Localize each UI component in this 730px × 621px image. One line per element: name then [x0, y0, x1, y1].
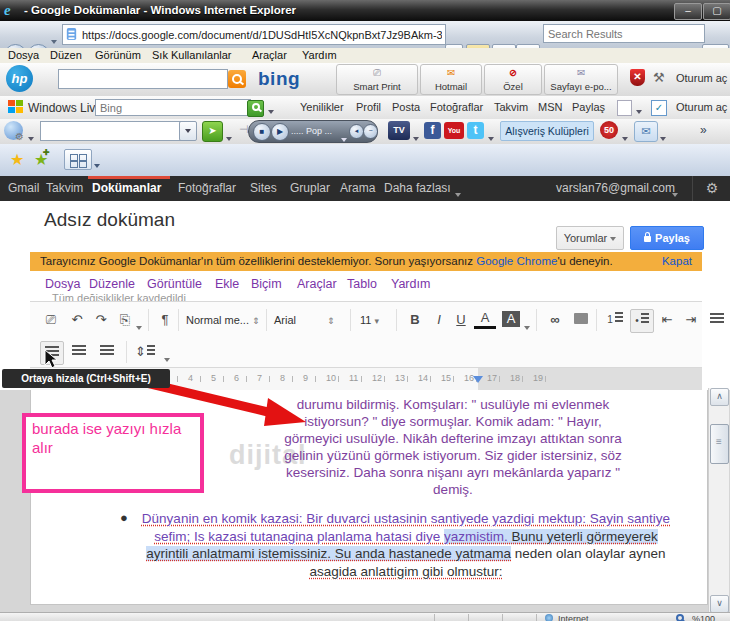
volume-down-button[interactable]: ◂	[349, 124, 364, 139]
minimize-button[interactable]: –	[674, 3, 702, 20]
gbar-more[interactable]: Daha fazlası	[384, 181, 451, 195]
volume-mute-button[interactable]: −	[363, 124, 378, 139]
gbar-dokumanlar[interactable]: Dokümanlar	[92, 181, 161, 195]
live-signin-link[interactable]: Oturum aç	[676, 101, 727, 113]
paint-format-dropdown[interactable]	[136, 318, 142, 336]
addon-combo-input[interactable]	[40, 121, 184, 141]
email-page-button[interactable]: ✉ Sayfayı e-po...	[544, 64, 618, 95]
bing-logo[interactable]: bing	[258, 68, 300, 90]
line-spacing-button[interactable]: ⇕	[134, 341, 156, 363]
gbar-arama[interactable]: Arama	[340, 181, 375, 195]
redo-button[interactable]: ↷	[90, 309, 112, 331]
hotmail-button[interactable]: ✉ Hotmail	[420, 64, 482, 95]
live-link-msn[interactable]: MSN	[538, 101, 562, 113]
docs-menu-bicim[interactable]: Biçim	[251, 277, 282, 291]
page-share-icon[interactable]	[617, 100, 632, 116]
undo-button[interactable]: ↶	[66, 309, 88, 331]
gbar-sites[interactable]: Sites	[250, 181, 277, 195]
indent-button[interactable]: ⇥	[680, 309, 702, 331]
numbered-list-button[interactable]: 1	[604, 309, 626, 331]
security-shield-icon[interactable]: ✕	[630, 69, 645, 86]
live-link-paylas[interactable]: Paylaş	[572, 101, 605, 113]
mail-icon[interactable]: ✉	[634, 121, 658, 142]
gbar-settings-gear-button[interactable]: ⚙	[692, 176, 730, 201]
menu-dosya[interactable]: Dosya	[8, 49, 39, 61]
account-menu[interactable]: varslan76@gmail.com	[556, 181, 675, 195]
share-button[interactable]: Paylaş	[630, 226, 704, 250]
bold-button[interactable]: B	[404, 309, 426, 331]
gbar-gmail[interactable]: Gmail	[8, 181, 39, 195]
share-dropdown[interactable]	[636, 105, 642, 117]
live-link-posta[interactable]: Posta	[392, 101, 420, 113]
insert-image-button[interactable]	[570, 309, 592, 331]
favorites-star-icon[interactable]: ★	[10, 150, 24, 169]
scrollbar-thumb[interactable]	[710, 424, 729, 464]
youtube-icon[interactable]: You	[444, 122, 464, 139]
chrome-link[interactable]: Google Chrome	[476, 255, 557, 267]
tv-icon[interactable]: TV	[388, 121, 410, 140]
live-link-yenilikler[interactable]: Yenilikler	[300, 101, 344, 113]
player-stop-button[interactable]: ■	[253, 123, 271, 141]
docs-menu-goruntule[interactable]: Görüntüle	[147, 277, 202, 291]
facebook-icon[interactable]: f	[424, 122, 441, 139]
format-roller-icon[interactable]: ¶	[154, 309, 176, 331]
docs-menu-tablo[interactable]: Tablo	[347, 277, 377, 291]
styles-select[interactable]: Normal me... ⇕	[186, 309, 260, 331]
highlight-color-button[interactable]: A	[502, 311, 520, 327]
live-search-button[interactable]	[247, 100, 264, 117]
docs-menu-ekle[interactable]: Ekle	[215, 277, 239, 291]
align-right-button[interactable]	[68, 341, 90, 363]
scroll-up-button[interactable]: ∧	[710, 388, 729, 406]
live-link-fotograflar[interactable]: Fotoğraflar	[430, 101, 483, 113]
bullet-list-button[interactable]: •	[630, 309, 654, 333]
comments-button[interactable]: Yorumlar	[556, 226, 624, 250]
doc-title[interactable]: Adsız doküman	[44, 209, 175, 231]
quick-tabs-dropdown[interactable]	[94, 156, 100, 174]
quick-tabs-button[interactable]	[64, 149, 92, 170]
align-justify-button[interactable]	[96, 341, 118, 363]
menu-yardim[interactable]: Yardım	[302, 49, 337, 61]
live-search-dropdown[interactable]	[268, 105, 274, 117]
menu-sik-kullanilanlar[interactable]: Sık Kullanılanlar	[152, 49, 232, 61]
hp-logo-icon[interactable]: hp	[6, 65, 33, 92]
combo-dropdown[interactable]	[179, 121, 197, 141]
twitter-icon[interactable]: t	[467, 122, 484, 139]
shopping-clubs-button[interactable]: Alışveriş Kulüpleri	[500, 121, 594, 141]
scroll-down-button[interactable]: ∨	[710, 595, 729, 613]
margin-marker-icon[interactable]	[473, 376, 483, 383]
search-input[interactable]	[543, 24, 705, 43]
hp-search-input[interactable]	[58, 69, 228, 89]
banner-close-link[interactable]: Kapat	[662, 252, 692, 271]
paint-format-button[interactable]: ⎘	[114, 309, 136, 331]
hp-search-button[interactable]	[228, 70, 246, 88]
url-text[interactable]: https://docs.google.com/document/d/1DUSd…	[82, 29, 442, 41]
live-search-input[interactable]	[95, 99, 251, 116]
gbar-takvim[interactable]: Takvim	[46, 181, 83, 195]
font-size-select[interactable]: 11 ▾	[360, 309, 390, 331]
line-spacing-dropdown[interactable]	[164, 350, 170, 368]
player-play-button[interactable]: ▶	[271, 123, 289, 141]
live-link-takvim[interactable]: Takvim	[494, 101, 528, 113]
fifty-badge-icon[interactable]: 50	[600, 121, 618, 139]
docs-menu-yardim[interactable]: Yardım	[391, 277, 430, 291]
gbar-gruplar[interactable]: Gruplar	[290, 181, 330, 195]
ozel-button[interactable]: ⊘ Özel	[484, 64, 542, 95]
vertical-scrollbar[interactable]: ∧ ∨	[708, 388, 729, 612]
gbar-fotograflar[interactable]: Fotoğraflar	[178, 181, 236, 195]
maximize-button[interactable]: ▢	[703, 3, 730, 20]
outdent-button[interactable]: ⇤	[656, 309, 678, 331]
smart-print-button[interactable]: ⎚ Smart Print	[336, 64, 418, 95]
align-left-button[interactable]	[706, 309, 728, 331]
docs-menu-dosya[interactable]: Dosya	[45, 277, 80, 291]
print-button[interactable]: ⎚	[40, 309, 62, 331]
overflow-chevron[interactable]: »	[700, 123, 707, 137]
wrench-icon[interactable]: ⚒	[653, 70, 665, 85]
hp-signin-link[interactable]: Oturum aç	[676, 72, 727, 84]
highlight-dropdown[interactable]	[524, 318, 530, 336]
text-color-button[interactable]: A	[474, 309, 496, 329]
docs-menu-duzenle[interactable]: Düzenle	[89, 277, 135, 291]
menu-araclar[interactable]: Araçlar	[252, 49, 287, 61]
zoom-level[interactable]: %100	[692, 614, 715, 621]
docs-menu-araclar[interactable]: Araçlar	[297, 277, 337, 291]
menu-gorunum[interactable]: Görünüm	[95, 49, 141, 61]
